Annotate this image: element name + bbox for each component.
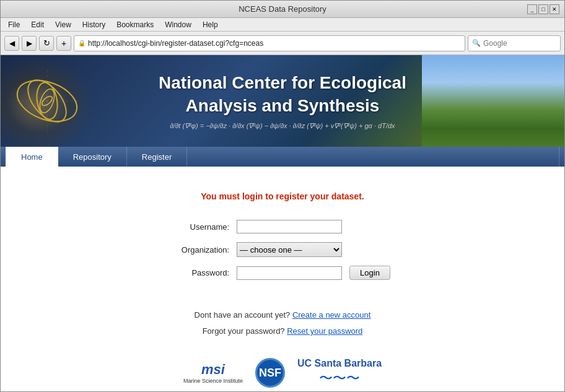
search-icon: 🔍 [472, 39, 481, 47]
username-row: Username: [175, 220, 390, 233]
login-message: You must login to register your dataset. [13, 191, 552, 201]
organization-row: Organization: — choose one — [175, 242, 390, 257]
main-content: You must login to register your dataset.… [1, 167, 564, 391]
ucsb-wave: 〜〜〜 [297, 369, 382, 388]
add-tab-button[interactable]: + [56, 36, 71, 51]
password-input[interactable] [237, 266, 342, 280]
nsf-label: NSF [259, 367, 281, 380]
toolbar: ◀ ▶ ↻ + 🔒 🔍 [1, 32, 564, 55]
banner-equation: ∂/∂t (∇²φ) = −∂ψ/∂z · ∂/∂x (∇²ψ) − ∂ψ/∂x… [159, 122, 406, 130]
links-section: Dont have an account yet? Create a new a… [13, 307, 552, 339]
organization-select[interactable]: — choose one — [237, 242, 342, 257]
nav-home[interactable]: Home [6, 147, 58, 167]
nav-repository[interactable]: Repository [58, 147, 127, 167]
reload-button[interactable]: ↻ [39, 36, 54, 51]
close-button[interactable]: ✕ [550, 4, 559, 14]
maximize-button[interactable]: □ [538, 4, 548, 14]
nav-bar: Home Repository Register [1, 147, 564, 167]
menu-history[interactable]: History [77, 19, 110, 30]
ucsb-logo: UC Santa Barbara 〜〜〜 [297, 358, 382, 388]
title-bar: NCEAS Data Repository _ □ ✕ [1, 1, 564, 18]
banner-center: National Center for Ecological Analysis … [159, 72, 406, 130]
banner-right-photo [422, 55, 564, 147]
password-row: Password: Login [175, 266, 390, 280]
msi-subtext: Marine Science Institute [183, 378, 243, 384]
window-controls: _ □ ✕ [527, 4, 559, 14]
menu-edit[interactable]: Edit [26, 19, 49, 30]
menu-window[interactable]: Window [160, 19, 196, 30]
search-bar[interactable]: 🔍 [468, 35, 561, 51]
login-form: Username: Organization: — choose one — P… [175, 220, 390, 289]
username-label: Username: [175, 222, 237, 232]
banner-title-line2: Analysis and Synthesis [159, 95, 406, 117]
msi-logo: msi Marine Science Institute [183, 362, 243, 384]
organization-label: Organization: [175, 245, 237, 255]
msi-name: msi [183, 362, 243, 378]
nceas-banner: National Center for Ecological Analysis … [1, 55, 564, 147]
menu-bookmarks[interactable]: Bookmarks [112, 19, 159, 30]
address-input[interactable] [88, 39, 461, 48]
create-account-row: Dont have an account yet? Create a new a… [13, 307, 552, 323]
menu-bar: File Edit View History Bookmarks Window … [1, 18, 564, 32]
menu-view[interactable]: View [50, 19, 76, 30]
nsf-logo: NSF [255, 358, 285, 388]
mountain-image [422, 55, 564, 147]
browser-content: National Center for Ecological Analysis … [1, 55, 564, 391]
browser-window: NCEAS Data Repository _ □ ✕ File Edit Vi… [0, 0, 565, 392]
minimize-button[interactable]: _ [527, 4, 537, 14]
password-label: Password: [175, 268, 237, 277]
banner-left-art [1, 55, 94, 147]
create-account-link[interactable]: Create a new account [292, 310, 370, 320]
nav-empty[interactable] [187, 147, 559, 167]
reset-password-row: Forgot your password? Reset your passwor… [13, 323, 552, 339]
address-icon: 🔒 [78, 40, 85, 46]
banner-title-line1: National Center for Ecological [159, 72, 406, 94]
forgot-password-text: Forgot your password? [203, 326, 285, 336]
ucsb-label: UC Santa Barbara [297, 358, 382, 369]
search-input[interactable] [483, 39, 545, 48]
footer-logos: msi Marine Science Institute NSF UC Sant… [13, 358, 552, 388]
reset-password-link[interactable]: Reset your password [287, 326, 362, 336]
menu-file[interactable]: File [3, 19, 25, 30]
spiral-svg [10, 64, 84, 138]
window-title: NCEAS Data Repository [239, 4, 326, 14]
forward-button[interactable]: ▶ [22, 36, 37, 51]
nav-register[interactable]: Register [127, 147, 187, 167]
back-button[interactable]: ◀ [4, 36, 19, 51]
menu-help[interactable]: Help [198, 19, 223, 30]
username-input[interactable] [237, 220, 342, 233]
login-button[interactable]: Login [349, 266, 390, 280]
address-bar[interactable]: 🔒 [74, 35, 465, 51]
no-account-text: Dont have an account yet? [195, 310, 291, 320]
